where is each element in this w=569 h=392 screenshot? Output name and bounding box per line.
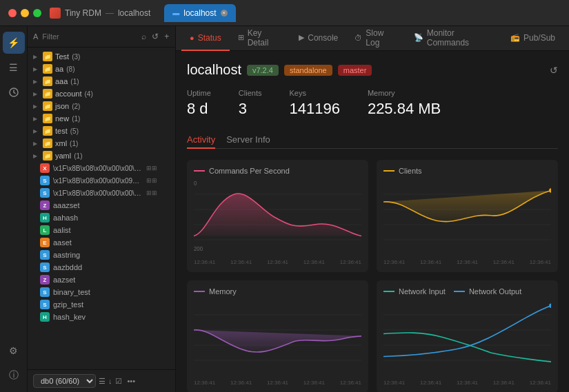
arrow-icon: ▶: [33, 103, 40, 110]
list-item[interactable]: S gzip_test: [28, 298, 175, 311]
list-item[interactable]: S aastring: [28, 249, 175, 261]
tree-folder-test[interactable]: ▶ 📁 Test (3): [28, 50, 175, 63]
tab-server-info[interactable]: Server Info: [226, 132, 270, 149]
maximize-button[interactable]: [33, 9, 41, 17]
filter-input[interactable]: [42, 32, 137, 41]
title-bar: Tiny RDM — localhost ▬ localhost ×: [0, 0, 569, 26]
tree-folder-json[interactable]: ▶ 📁 json (2): [28, 100, 175, 112]
list-item[interactable]: S binary_test: [28, 286, 175, 298]
list-item[interactable]: X \x1F\x8B\x08\x00\x00\x00\x00... ⊞⊞: [28, 162, 175, 174]
tree-folder-aaa[interactable]: ▶ 📁 aaa (1): [28, 75, 175, 87]
key-type-icon: ⊞⊞: [146, 189, 157, 196]
info-button[interactable]: ⓘ: [3, 364, 25, 386]
minimize-button[interactable]: [21, 9, 29, 17]
type-badge: S: [40, 262, 50, 272]
search-icon[interactable]: ⌕: [140, 30, 148, 43]
list-item[interactable]: L aalist: [28, 224, 175, 236]
key-name: aaset: [53, 238, 72, 247]
tree-folder-xml[interactable]: ▶ 📁 xml (1): [28, 137, 175, 149]
sidebar-item-servers[interactable]: ⚡: [3, 32, 25, 54]
key-name: aastring: [53, 251, 80, 259]
list-item[interactable]: S \x1F\x8B\x08\x00\x00\x00\x00... ⊞⊞: [28, 187, 175, 199]
tab-close-button[interactable]: ×: [221, 10, 228, 17]
type-badge: X: [40, 163, 50, 173]
chart-title: Network Input Network Output: [383, 287, 551, 296]
chart-x-axis: 12:36:4112:36:4112:36:4112:36:4112:36:41: [383, 380, 551, 386]
tree-folder-aa[interactable]: ▶ 📁 aa (8): [28, 63, 175, 75]
list-item[interactable]: E aaset: [28, 236, 175, 249]
filter-label: A: [33, 32, 38, 41]
chart-legend-line: [383, 170, 395, 172]
stats-row: Uptime 8 d Clients 3 Keys 141196 Memory …: [187, 89, 558, 118]
tree-folder-test2[interactable]: ▶ 📁 test (5): [28, 125, 175, 137]
tree-panel: A ⌕ ↺ + ▶ 📁 Test (3) ▶ 📁 aa (8) ▶ 📁: [28, 26, 176, 392]
arrow-icon: ▶: [33, 128, 40, 134]
tab-pubsub[interactable]: 📻 Pub/Sub: [502, 26, 563, 51]
sidebar-item-bookmarks[interactable]: ☰: [3, 56, 25, 79]
tab-slow-log[interactable]: ⏱ Slow Log: [346, 26, 405, 51]
settings-button[interactable]: ⚙: [3, 340, 25, 362]
chart-x-axis: 12:36:4112:36:4112:36:4112:36:4112:36:41: [383, 259, 551, 265]
tab-console[interactable]: ▶ Console: [290, 26, 346, 51]
traffic-lights: [8, 9, 41, 17]
svg-point-20: [549, 304, 551, 309]
db-selector[interactable]: db0 (60/60): [33, 374, 96, 388]
activity-tabs: Activity Server Info: [187, 132, 558, 149]
role-badge: master: [338, 65, 372, 76]
clients-value: 3: [239, 100, 262, 118]
tab-status[interactable]: ● Status: [181, 26, 230, 51]
tab-status-label: Status: [198, 33, 221, 43]
tree-folder-new[interactable]: ▶ 📁 new (1): [28, 112, 175, 125]
list-item[interactable]: H aahash: [28, 212, 175, 224]
list-item[interactable]: Z aazset: [28, 274, 175, 286]
tab-monitor-commands[interactable]: 📡 Monitor Commands: [406, 26, 502, 51]
console-tab-icon: ▶: [299, 33, 304, 42]
close-button[interactable]: [8, 9, 17, 17]
list-item[interactable]: S \x1F\x8B\x08\x00\x00\x09n\x8... ⊞⊞: [28, 174, 175, 187]
list-item[interactable]: H hash_kev: [28, 311, 175, 323]
icon-sidebar: ⚡ ☰ ⚙ ⓘ: [0, 26, 28, 392]
sidebar-item-history[interactable]: [3, 81, 25, 103]
chart-x-axis: 12:36:4112:36:4112:36:4112:36:4112:36:41: [194, 259, 361, 265]
tree-folder-account[interactable]: ▶ 📁 account (4): [28, 87, 175, 100]
folder-icon: 📁: [43, 138, 52, 148]
select-all-icon[interactable]: ☑: [115, 377, 122, 386]
list-item[interactable]: S aazbddd: [28, 261, 175, 274]
folder-count: (1): [70, 140, 78, 147]
tab-key-detail[interactable]: ⊞ Key Detail: [230, 26, 291, 51]
connection-name: localhost: [118, 8, 150, 18]
commands-chart-svg: 200 0: [194, 179, 361, 255]
folder-count: (3): [72, 53, 80, 61]
folder-name: new: [55, 114, 69, 123]
uptime-value: 8 d: [187, 100, 211, 118]
folder-name: test: [55, 127, 68, 135]
server-header: localhost v7.2.4 standalone master ↺: [187, 62, 558, 78]
add-icon[interactable]: +: [163, 30, 170, 43]
folder-name: xml: [55, 139, 67, 147]
folder-name: Test: [55, 52, 69, 61]
svg-text:200: 200: [194, 245, 203, 253]
folder-count: (1): [74, 152, 82, 160]
svg-point-11: [549, 188, 551, 193]
memory-value: 225.84 MB: [368, 100, 441, 118]
stat-uptime: Uptime 8 d: [187, 89, 211, 118]
tab-activity[interactable]: Activity: [187, 132, 215, 149]
type-badge: S: [40, 300, 50, 309]
tree-folder-yaml[interactable]: ▶ 📁 yaml (1): [28, 149, 175, 162]
chart-label: Clients: [399, 167, 422, 175]
type-badge: E: [40, 238, 50, 247]
network-output-label: Network Output: [469, 287, 521, 296]
list-view-icon[interactable]: ☰: [99, 377, 106, 386]
list-item[interactable]: Z aaazset: [28, 199, 175, 212]
active-tab[interactable]: ▬ localhost ×: [164, 4, 235, 22]
export-icon[interactable]: ↓: [108, 377, 112, 385]
folder-count: (5): [70, 127, 79, 135]
tab-label: localhost: [183, 8, 216, 18]
refresh-icon[interactable]: ↺: [150, 30, 160, 43]
chart-legend-line: [194, 291, 205, 292]
app-title: Tiny RDM — localhost: [50, 8, 150, 19]
more-icon[interactable]: •••: [128, 377, 136, 385]
refresh-button[interactable]: ↺: [550, 65, 558, 76]
type-badge: H: [40, 213, 50, 223]
chart-commands-per-second: Commands Per Second: [187, 160, 368, 272]
